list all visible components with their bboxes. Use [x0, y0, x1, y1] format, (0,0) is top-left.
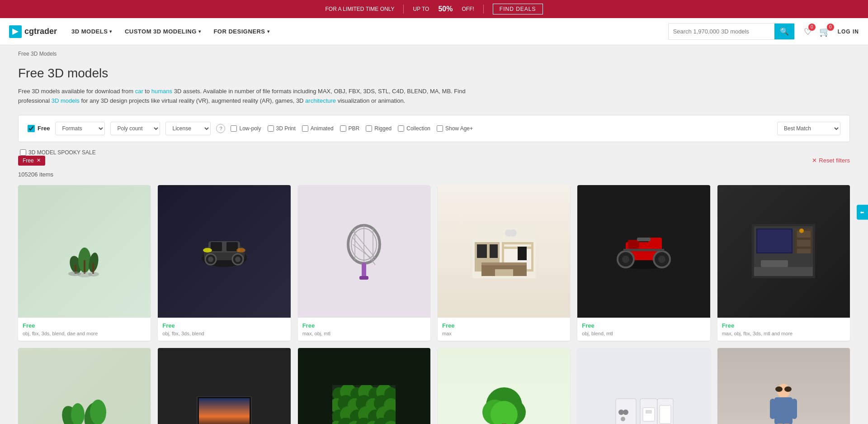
product-formats: max, obj, mtl: [302, 331, 426, 336]
nav-3d-models[interactable]: 3D MODELS ▾: [66, 24, 118, 38]
active-tag-label: Free: [23, 157, 34, 164]
help-icon[interactable]: ?: [216, 124, 225, 133]
svg-rect-35: [490, 244, 498, 258]
svg-point-9: [88, 272, 99, 276]
find-deals-button[interactable]: FIND DEALS: [493, 4, 543, 14]
link-3d-models[interactable]: 3D models: [52, 97, 80, 104]
items-count: 105206 items: [18, 171, 850, 178]
filter-bar-row2: 3D MODEL SPOOKY SALE: [18, 149, 850, 156]
free-filter-label[interactable]: Free: [28, 125, 50, 132]
sort-area: Best Match Newest Price: Low to High Pri…: [777, 122, 840, 135]
page-title: Free 3D models: [18, 66, 850, 81]
svg-point-68: [71, 403, 85, 424]
svg-rect-124: [770, 399, 775, 419]
close-icon[interactable]: ✕: [37, 157, 41, 163]
product-formats: obj, blend, mtl: [582, 331, 705, 336]
filter-lowpoly[interactable]: Low-poly: [231, 125, 261, 132]
chevron-down-icon: ▾: [267, 29, 270, 34]
filter-rigged-label: Rigged: [374, 125, 392, 132]
product-card[interactable]: Free max, obj, fbx, mtl: [298, 348, 430, 424]
product-grid: Free obj, fbx, 3ds, blend, dae and more: [18, 185, 850, 424]
login-button[interactable]: LOG IN: [838, 29, 859, 35]
license-dropdown[interactable]: License: [165, 122, 211, 135]
filter-3dprint[interactable]: 3D Print: [268, 125, 296, 132]
logo[interactable]: cgtrader: [9, 25, 57, 38]
chevron-down-icon: ▾: [109, 29, 112, 34]
search-button[interactable]: 🔍: [774, 24, 794, 39]
filter-animated[interactable]: Animated: [302, 125, 334, 132]
product-card[interactable]: Free max, obj, fbx, 3ds and more: [158, 348, 290, 424]
link-car[interactable]: car: [135, 88, 143, 95]
svg-rect-14: [226, 242, 238, 251]
svg-point-41: [509, 229, 517, 237]
sort-dropdown[interactable]: Best Match Newest Price: Low to High Pri…: [777, 122, 840, 135]
formats-dropdown[interactable]: Formats: [55, 122, 105, 135]
link-humans[interactable]: humans: [151, 88, 172, 95]
product-formats: max: [442, 331, 566, 336]
sidebar-download-tab[interactable]: ⬇: [857, 205, 868, 219]
svg-rect-36: [504, 244, 531, 247]
svg-point-18: [235, 257, 241, 262]
svg-rect-46: [628, 240, 639, 249]
cart-button[interactable]: 🛒 0: [819, 26, 830, 37]
active-tag-free[interactable]: Free ✕: [18, 156, 45, 166]
svg-point-115: [623, 410, 628, 415]
product-card[interactable]: Free obj, fbx, 3ds, blend, dae and more: [18, 185, 151, 341]
filter-spooky-sale[interactable]: 3D MODEL SPOOKY SALE: [20, 149, 96, 156]
svg-point-64: [799, 229, 804, 233]
search-area: 🔍: [668, 23, 795, 40]
checkbox-filters: Low-poly 3D Print Animated PBR Rigged Co…: [231, 125, 473, 132]
filter-pbr-label: PBR: [349, 125, 360, 132]
nav-custom-modeling[interactable]: CUSTOM 3D MODELING ▾: [119, 24, 207, 38]
svg-rect-123: [774, 397, 793, 424]
product-card[interactable]: Free max, obj, fbx, 3ds, mtl and more: [717, 185, 850, 341]
product-card[interactable]: Free max, obj, mtl: [438, 348, 570, 424]
product-formats: obj, fbx, 3ds, blend: [162, 331, 286, 336]
breadcrumb[interactable]: Free 3D Models: [18, 51, 57, 57]
svg-rect-61: [797, 249, 811, 253]
product-card[interactable]: Free max, obj, mtl, 3dm, all: [577, 348, 710, 424]
svg-point-116: [621, 417, 625, 421]
svg-rect-13: [211, 242, 222, 251]
svg-rect-75: [199, 398, 250, 424]
svg-rect-59: [797, 231, 811, 238]
product-card[interactable]: 头条 @小三十三 Free max, mtl: [717, 348, 850, 424]
free-checkbox[interactable]: [28, 125, 35, 132]
wishlist-button[interactable]: ♡ 0: [804, 26, 812, 37]
filter-rigged[interactable]: Rigged: [366, 125, 392, 132]
product-price: Free: [162, 322, 286, 329]
product-card[interactable]: Free max: [438, 185, 570, 341]
filter-pbr[interactable]: PBR: [340, 125, 360, 132]
svg-rect-118: [643, 408, 655, 421]
product-price: Free: [302, 322, 426, 329]
svg-rect-63: [761, 260, 788, 267]
banner-divider2: [483, 5, 484, 14]
reset-filters-label: Reset filters: [819, 157, 850, 164]
up-to-text: UP TO: [413, 6, 429, 12]
svg-point-51: [658, 256, 665, 263]
svg-rect-34: [477, 244, 487, 258]
reset-filters-button[interactable]: ✕ Reset filters: [812, 157, 850, 164]
filter-animated-label: Animated: [311, 125, 334, 132]
search-input[interactable]: [669, 24, 774, 38]
svg-rect-57: [757, 229, 792, 252]
svg-rect-62: [754, 267, 813, 276]
svg-rect-42: [518, 247, 527, 260]
filter-3dprint-label: 3D Print: [276, 125, 296, 132]
filter-show-age-label: Show Age+: [445, 125, 473, 132]
product-card[interactable]: Free max, obj, mtl: [298, 185, 430, 341]
svg-rect-43: [495, 269, 513, 276]
product-card[interactable]: Free obj, fbx, 3ds, blend: [158, 185, 290, 341]
free-label: Free: [38, 125, 50, 132]
filter-collection[interactable]: Collection: [398, 125, 430, 132]
product-card[interactable]: Free obj, blend, mtl: [577, 185, 710, 341]
top-banner: FOR A LIMITED TIME ONLY UP TO 50% OFF! F…: [0, 0, 868, 18]
filter-bar: Free Formats Poly count License ? Low-po…: [18, 115, 850, 142]
poly-count-dropdown[interactable]: Poly count: [110, 122, 160, 135]
product-card[interactable]: Lowpoly PBR Free max, obj, fbx, ma, mtl: [18, 348, 151, 424]
product-price: Free: [442, 322, 566, 329]
filter-show-age[interactable]: Show Age+: [437, 125, 473, 132]
link-architecture[interactable]: architecture: [305, 97, 336, 104]
nav-for-designers[interactable]: FOR DESIGNERS ▾: [208, 24, 275, 38]
product-price: Free: [23, 322, 146, 329]
